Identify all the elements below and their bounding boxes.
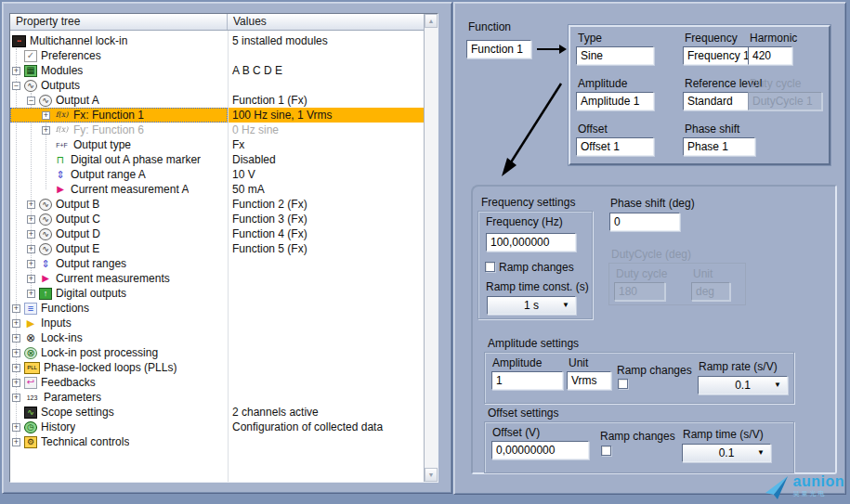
expand-toggle-icon[interactable]: + (27, 215, 35, 224)
function-selector-input[interactable]: Function 1 (466, 40, 531, 58)
expand-toggle-icon[interactable]: + (12, 438, 20, 446)
amplitude-unit-input[interactable]: Vrms (567, 371, 611, 390)
expand-toggle-icon[interactable]: + (12, 349, 20, 357)
scroll-down-icon[interactable]: ▼ (425, 468, 438, 482)
tree-item-value: Function 4 (Fx) (229, 226, 424, 241)
tree-row[interactable]: ▶Current measurement A50 mA (10, 182, 424, 197)
output-range-icon: ⇕ (54, 169, 67, 181)
amplitude-input[interactable]: Amplitude 1 (576, 92, 654, 110)
diagonal-arrow-icon (496, 80, 570, 182)
expand-toggle-icon[interactable]: − (12, 82, 20, 90)
tree-row[interactable]: +⇕Output ranges (10, 256, 424, 271)
tree-scrollbar[interactable]: ▲ ▼ (424, 14, 438, 482)
expand-toggle-icon[interactable]: + (27, 290, 35, 298)
expand-toggle-icon[interactable]: + (12, 319, 20, 328)
history-icon: ◷ (24, 421, 37, 433)
tree-row[interactable]: +PLLPhase-locked loops (PLLs) (10, 360, 424, 375)
expand-toggle-icon[interactable]: + (12, 334, 20, 342)
tree-rows: ▪▪Multichannel lock-in5 installed module… (10, 31, 424, 482)
offset-ramp-changes-checkbox[interactable] (601, 446, 611, 456)
amplitude-ramp-changes-checkbox[interactable] (618, 379, 628, 389)
type-input[interactable]: Sine (576, 46, 654, 65)
output-icon: ∿ (39, 228, 52, 240)
pll-icon: PLL (24, 362, 40, 374)
offset-ramp-time-dropdown[interactable]: 0.1 ▼ (682, 444, 771, 462)
tree-row[interactable]: +⊗Lock-ins (10, 330, 424, 345)
offset-input[interactable]: Offset 1 (576, 137, 654, 156)
expand-toggle-icon[interactable]: + (12, 423, 20, 432)
tree-row[interactable]: −∿Output AFunction 1 (Fx) (10, 93, 424, 108)
current-measurement-icon: ▶ (54, 184, 67, 196)
tree-row[interactable]: ∿Scope settings2 channels active (10, 405, 424, 420)
column-header-values[interactable]: Values (228, 14, 424, 30)
expand-toggle-icon[interactable]: + (27, 245, 35, 253)
expand-toggle-icon[interactable]: + (27, 200, 35, 209)
tree-item-label: Multichannel lock-in (30, 34, 127, 47)
amplitude-v-input[interactable]: 1 (491, 371, 563, 390)
offset-settings-group: Offset (V) 0,00000000 Ramp changes Ramp … (484, 421, 794, 473)
expand-toggle-icon[interactable]: + (12, 394, 20, 402)
tree-row[interactable]: +↑Digital outputs (10, 286, 424, 301)
tree-item-label: Output type (73, 138, 131, 151)
expand-toggle-icon[interactable]: + (27, 230, 35, 239)
expand-toggle-icon[interactable]: − (27, 97, 35, 105)
tree-item-label: Digital out A phase marker (71, 153, 201, 166)
amplitude-v-label: Amplitude (492, 356, 542, 369)
expand-toggle-icon[interactable]: + (42, 126, 50, 135)
tree-item-value: Function 3 (Fx) (229, 212, 424, 226)
expand-toggle-icon[interactable]: + (12, 304, 20, 313)
tree-row[interactable]: +f(x)Fy: Function 60 Hz sine (10, 123, 424, 137)
tree-row[interactable]: +≡Functions (10, 301, 424, 316)
expand-toggle-icon[interactable]: + (12, 364, 20, 372)
tree-item-value: 100 Hz sine, 1 Vrms (229, 108, 424, 123)
tree-row[interactable]: ⊓Digital out A phase markerDisabled (10, 152, 424, 167)
tree-row[interactable]: +123Parameters (10, 390, 424, 405)
tree-row[interactable]: ▪▪Multichannel lock-in5 installed module… (10, 33, 424, 48)
tree-row[interactable]: +▶Current measurements (10, 271, 424, 286)
phase-shift-deg-input[interactable]: 0 (609, 213, 680, 231)
frequency-ramp-changes-checkbox[interactable] (485, 262, 495, 272)
tree-row[interactable]: +◷HistoryConfiguration of collected data (10, 420, 424, 434)
tree-row[interactable]: F+FOutput typeFx (10, 137, 424, 152)
harmonic-label: Harmonic (750, 32, 797, 45)
tree-item-value (229, 345, 424, 360)
tree-row[interactable]: +∿Output CFunction 3 (Fx) (10, 212, 424, 226)
tree-row[interactable]: +⊗Lock-in post processing (10, 345, 424, 360)
tree-row[interactable]: +f(x)Fx: Function 1100 Hz sine, 1 Vrms (10, 108, 424, 123)
tree-row[interactable]: +∿Output EFunction 5 (Fx) (10, 241, 424, 256)
tree-row[interactable]: −∿Outputs (10, 78, 424, 93)
expand-toggle-icon[interactable]: + (12, 379, 20, 387)
expand-toggle-icon[interactable]: + (27, 260, 35, 268)
ramp-rate-dropdown[interactable]: 0.1 ▼ (698, 376, 788, 394)
tree-item-value: Function 5 (Fx) (229, 241, 424, 256)
tree-item-label: Output range A (71, 168, 146, 181)
tree-row[interactable]: +▦ModulesA B C D E (10, 63, 424, 78)
tree-item-label: Current measurements (56, 272, 170, 285)
modules-icon: ▦ (24, 65, 37, 77)
phase-shift-input[interactable]: Phase 1 (683, 137, 755, 156)
ramp-time-const-dropdown[interactable]: 1 s ▼ (487, 296, 576, 315)
scroll-up-icon[interactable]: ▲ (425, 14, 438, 28)
expand-toggle-icon[interactable]: + (27, 275, 35, 283)
frequency-hz-input[interactable]: 100,000000 (486, 233, 576, 252)
offset-v-input[interactable]: 0,00000000 (491, 441, 589, 459)
tree-row[interactable]: +▶Inputs (10, 316, 424, 330)
tree-row[interactable]: +↩Feedbacks (10, 375, 424, 390)
frequency-input[interactable]: Frequency 1 (683, 46, 755, 65)
tree-row[interactable]: +∿Output BFunction 2 (Fx) (10, 197, 424, 212)
amplitude-settings-title: Amplitude settings (488, 337, 579, 350)
harmonic-input[interactable]: 420 (748, 46, 792, 65)
output-icon: ∿ (39, 95, 52, 107)
expand-toggle-icon[interactable]: + (42, 111, 50, 120)
column-header-property-tree[interactable]: Property tree (10, 14, 228, 30)
tree-row[interactable]: +⚙Technical controls (10, 434, 424, 449)
tree-row[interactable]: ✓Preferences (10, 48, 424, 63)
tree-row[interactable]: +∿Output DFunction 4 (Fx) (10, 226, 424, 241)
duty-cycle-label: Duty cycle (750, 77, 801, 90)
reference-level-input[interactable]: Standard (683, 92, 755, 110)
expand-toggle-icon[interactable]: + (12, 67, 20, 75)
tree-row[interactable]: ⇕Output range A10 V (10, 167, 424, 182)
tree-item-value (229, 316, 424, 330)
digital-pulse-icon: ⊓ (54, 154, 67, 166)
offset-ramp-time-label: Ramp time (s/V) (683, 428, 764, 441)
